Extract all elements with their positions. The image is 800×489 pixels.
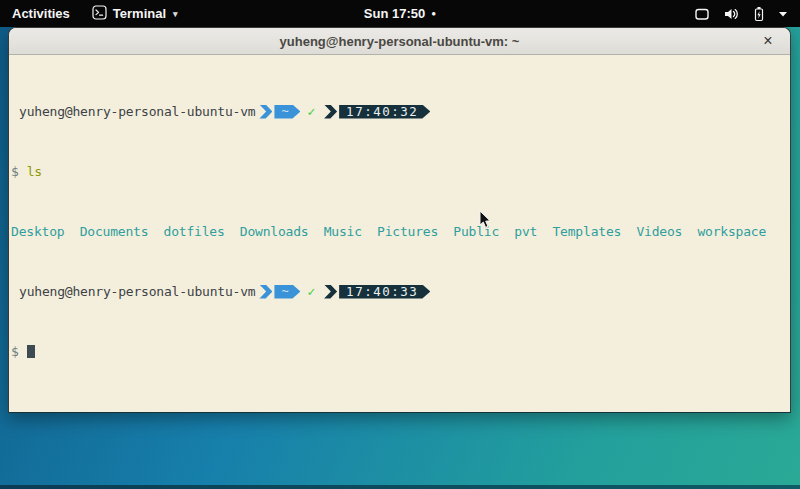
command-line-2: $ bbox=[11, 344, 788, 359]
powerline-time-segment: 17:40:33 bbox=[320, 284, 430, 299]
prompt-time: 17:40:32 bbox=[346, 104, 418, 119]
chevron-down-icon: ▾ bbox=[173, 9, 178, 19]
close-button[interactable]: × bbox=[758, 31, 778, 51]
prompt-time: 17:40:33 bbox=[346, 284, 418, 299]
app-menu-terminal[interactable]: Terminal ▾ bbox=[82, 0, 188, 27]
activities-label: Activities bbox=[12, 6, 70, 21]
clock-label: Sun 17:50 bbox=[364, 6, 425, 21]
terminal-window: yuheng@henry-personal-ubuntu-vm: ~ × yuh… bbox=[8, 27, 791, 413]
prompt-user: yuheng@henry-personal-ubuntu-vm bbox=[19, 104, 255, 119]
tray-chevron-down-icon bbox=[778, 11, 788, 17]
prompt-line-1: yuheng@henry-personal-ubuntu-vm ~ ✓ 17:4… bbox=[11, 104, 788, 119]
prompt-symbol: $ bbox=[11, 344, 19, 359]
command-line-1: $ ls bbox=[11, 164, 788, 179]
prompt-symbol: $ bbox=[11, 164, 19, 179]
notification-dot: ● bbox=[431, 0, 436, 27]
activities-button[interactable]: Activities bbox=[0, 0, 82, 27]
system-tray[interactable] bbox=[694, 0, 792, 27]
prompt-cwd: ~ bbox=[281, 104, 288, 119]
powerline-chevron-icon bbox=[259, 105, 272, 119]
terminal-cursor bbox=[27, 345, 35, 358]
terminal-app-icon bbox=[92, 5, 107, 23]
titlebar[interactable]: yuheng@henry-personal-ubuntu-vm: ~ × bbox=[9, 28, 790, 55]
powerline-path-segment: ~ bbox=[255, 104, 300, 119]
powerline-path-segment: ~ bbox=[255, 284, 300, 299]
top-bar: Activities Terminal ▾ Sun 17:50 ● bbox=[0, 0, 800, 27]
powerline-chevron-icon bbox=[324, 105, 337, 119]
prompt-user: yuheng@henry-personal-ubuntu-vm bbox=[19, 284, 255, 299]
prompt-line-2: yuheng@henry-personal-ubuntu-vm ~ ✓ 17:4… bbox=[11, 284, 788, 299]
app-menu-label: Terminal bbox=[113, 6, 166, 21]
desktop: Activities Terminal ▾ Sun 17:50 ● bbox=[0, 0, 800, 489]
wallpaper-bottom-strip bbox=[0, 485, 800, 489]
ls-output: Desktop Documents dotfiles Downloads Mus… bbox=[11, 224, 788, 239]
prompt-cwd: ~ bbox=[281, 284, 288, 299]
status-check-icon: ✓ bbox=[307, 104, 315, 119]
window-title: yuheng@henry-personal-ubuntu-vm: ~ bbox=[280, 34, 520, 49]
display-icon bbox=[694, 6, 710, 22]
powerline-chevron-icon bbox=[324, 285, 337, 299]
powerline-time-segment: 17:40:32 bbox=[320, 104, 430, 119]
volume-icon bbox=[723, 6, 740, 22]
battery-charging-icon bbox=[753, 6, 765, 22]
powerline-chevron-icon bbox=[259, 285, 272, 299]
command-text: ls bbox=[27, 164, 42, 179]
terminal-screen[interactable]: yuheng@henry-personal-ubuntu-vm ~ ✓ 17:4… bbox=[9, 55, 790, 413]
status-check-icon: ✓ bbox=[307, 284, 315, 299]
clock-button[interactable]: Sun 17:50 ● bbox=[364, 0, 436, 27]
